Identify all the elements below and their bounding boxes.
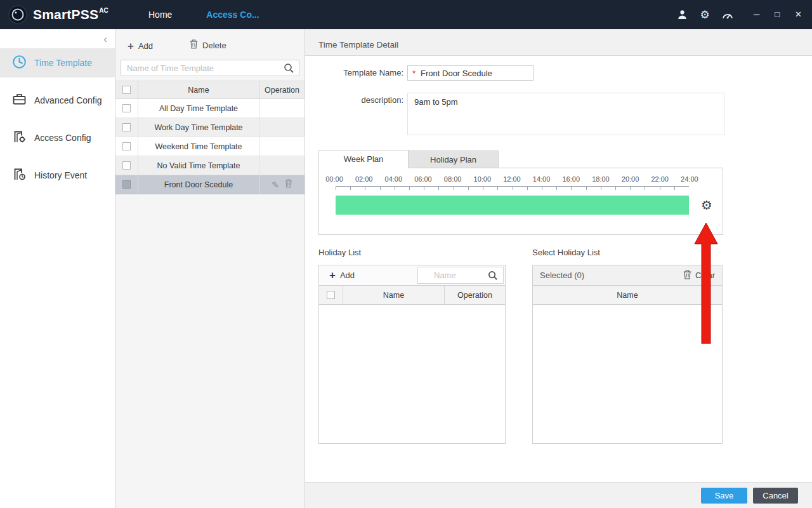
- sidebar-item-advanced-config[interactable]: Advanced Config: [0, 86, 115, 115]
- table-row[interactable]: All Day Time Template: [115, 99, 304, 118]
- required-asterisk: *: [412, 69, 416, 78]
- app-name: SmartPSSAC: [33, 7, 108, 22]
- holiday-table-body: [318, 305, 506, 444]
- tick-label: 06:00: [410, 175, 436, 183]
- sidebar: ‹ Time Template Advanced Config Access C…: [0, 29, 115, 508]
- column-header-name: Name: [343, 286, 445, 304]
- template-search-input[interactable]: [121, 61, 299, 75]
- tick-label: 12:00: [499, 175, 525, 183]
- template-name-label: Template Name:: [318, 65, 403, 81]
- holiday-select-all-checkbox[interactable]: [327, 291, 335, 299]
- week-plan-timeline: 00:00 02:00 04:00 06:00 08:00 10:00 12:0…: [318, 168, 723, 235]
- sidebar-item-label: Advanced Config: [34, 95, 102, 105]
- table-row-selected[interactable]: Front Door Scedule ✎: [115, 175, 304, 194]
- collapse-sidebar-icon[interactable]: ‹: [103, 33, 107, 46]
- header-checkbox-cell: [115, 81, 138, 98]
- timeline-settings-gear-icon[interactable]: ⚙: [701, 199, 712, 211]
- top-tab-bar: Home Access Co...: [131, 0, 277, 29]
- holiday-list-title: Holiday List: [318, 248, 361, 257]
- tick-label: 18:00: [588, 175, 613, 183]
- window-controls: ─ □ ✕: [754, 0, 802, 29]
- description-field[interactable]: 9am to 5pm: [407, 93, 724, 135]
- tick-label: 16:00: [558, 175, 584, 183]
- cancel-button[interactable]: Cancel: [753, 488, 798, 504]
- select-holiday-toolbar: Selected (0) Clear: [532, 265, 723, 286]
- select-all-checkbox[interactable]: [122, 86, 131, 94]
- tick-label: 02:00: [351, 175, 377, 183]
- delete-row-icon[interactable]: [285, 179, 292, 190]
- column-header-name: Name: [138, 81, 259, 98]
- holiday-search-input[interactable]: [418, 271, 479, 280]
- tab-week-plan[interactable]: Week Plan: [318, 150, 409, 168]
- row-checkbox[interactable]: [122, 161, 131, 170]
- sidebar-item-label: History Event: [34, 170, 87, 180]
- tick-label: 00:00: [322, 175, 347, 183]
- plan-tab-bar: Week Plan Holiday Plan: [318, 150, 499, 168]
- add-holiday-button[interactable]: + Add: [329, 271, 355, 280]
- door-gear-icon: [12, 130, 27, 147]
- edit-pencil-icon[interactable]: ✎: [272, 180, 279, 189]
- app-logo-icon: [8, 4, 28, 25]
- tab-home[interactable]: Home: [131, 0, 189, 29]
- template-table: Name Operation All Day Time Template Wor…: [115, 81, 304, 194]
- app-window: SmartPSSAC Home Access Co... ⚙ ─ □ ✕ ‹: [0, 0, 812, 508]
- table-row[interactable]: No Valid Time Template: [115, 156, 304, 175]
- add-label: Add: [138, 41, 153, 51]
- row-checkbox[interactable]: [122, 104, 131, 112]
- table-header-row: Name Operation: [115, 81, 304, 99]
- search-icon[interactable]: [488, 271, 498, 283]
- tick-label: 20:00: [618, 175, 643, 183]
- template-name: All Day Time Template: [138, 99, 259, 117]
- search-icon[interactable]: [284, 63, 294, 76]
- main-layout: ‹ Time Template Advanced Config Access C…: [0, 29, 812, 508]
- tab-access-control[interactable]: Access Co...: [189, 0, 276, 29]
- holiday-list-box: + Add Name Operation: [318, 265, 506, 444]
- timeline-ruler: [336, 186, 689, 190]
- delete-template-button[interactable]: Delete: [190, 39, 226, 51]
- row-checkbox[interactable]: [122, 180, 131, 189]
- save-button[interactable]: Save: [701, 488, 747, 504]
- time-template-detail-panel: Time Template Detail Template Name: * Fr…: [305, 29, 812, 508]
- performance-gauge-icon[interactable]: [722, 9, 733, 20]
- sidebar-item-history-event[interactable]: History Event: [0, 161, 115, 190]
- user-icon[interactable]: [676, 9, 688, 20]
- sidebar-item-access-config[interactable]: Access Config: [0, 123, 115, 152]
- tick-label: 22:00: [647, 175, 672, 183]
- table-row[interactable]: Weekend Time Template: [115, 137, 304, 156]
- schedule-period-bar[interactable]: [336, 196, 689, 215]
- template-name-value: Front Door Scedule: [421, 69, 492, 78]
- select-holiday-list-box: Selected (0) Clear Name: [532, 265, 723, 444]
- timeline-tick-labels: 00:00 02:00 04:00 06:00 08:00 10:00 12:0…: [322, 175, 702, 183]
- tick-label: 04:00: [381, 175, 406, 183]
- detail-panel-title: Time Template Detail: [305, 29, 812, 56]
- sidebar-item-time-template[interactable]: Time Template: [0, 48, 115, 77]
- detail-footer: Save Cancel: [305, 482, 812, 508]
- tick-label: 14:00: [529, 175, 554, 183]
- row-checkbox[interactable]: [122, 142, 131, 150]
- sidebar-item-label: Time Template: [34, 58, 92, 68]
- add-label: Add: [340, 271, 355, 280]
- tab-holiday-plan[interactable]: Holiday Plan: [409, 150, 499, 168]
- row-checkbox[interactable]: [122, 123, 131, 131]
- maximize-button[interactable]: □: [775, 0, 780, 29]
- plus-icon: +: [128, 42, 134, 51]
- clock-icon: [12, 55, 27, 72]
- close-button[interactable]: ✕: [795, 0, 802, 29]
- template-name-row: Template Name: * Front Door Scedule: [318, 65, 534, 81]
- tick-label: 10:00: [469, 175, 495, 183]
- clear-label: Clear: [695, 271, 715, 280]
- clear-selected-button[interactable]: Clear: [683, 270, 715, 281]
- titlebar: SmartPSSAC Home Access Co... ⚙ ─ □ ✕: [0, 0, 812, 29]
- template-name: Front Door Scedule: [138, 175, 259, 194]
- trash-icon: [683, 270, 691, 281]
- template-name-field[interactable]: * Front Door Scedule: [407, 65, 534, 81]
- time-template-list-panel: + Add Delete Name: [115, 29, 305, 508]
- template-name: Work Day Time Template: [138, 118, 259, 137]
- description-row: description: 9am to 5pm: [318, 93, 724, 135]
- add-template-button[interactable]: + Add: [128, 41, 153, 51]
- table-row[interactable]: Work Day Time Template: [115, 118, 304, 137]
- minimize-button[interactable]: ─: [754, 0, 759, 29]
- titlebar-right: ⚙ ─ □ ✕: [676, 0, 802, 29]
- holiday-search-box: [417, 267, 504, 284]
- settings-gear-icon[interactable]: ⚙: [699, 9, 710, 20]
